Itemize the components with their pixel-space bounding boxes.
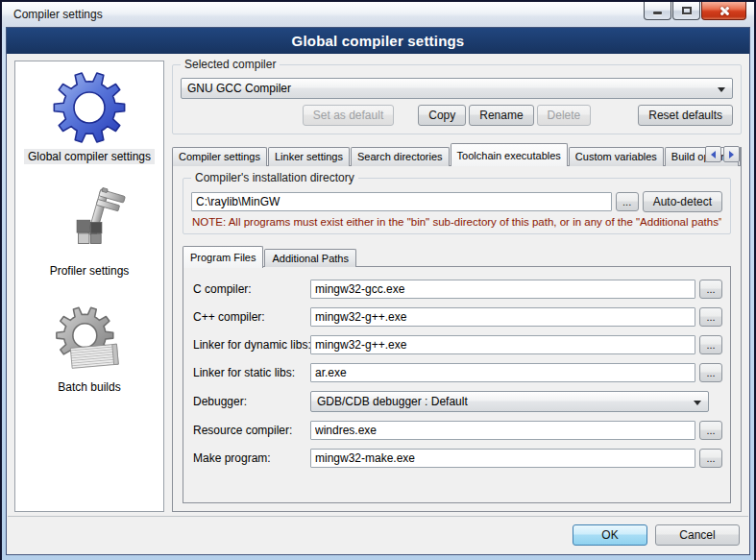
dialog-body: Global compiler settings xyxy=(6,27,750,555)
make-program-browse-button[interactable]: ... xyxy=(699,449,722,468)
gear-stack-icon xyxy=(51,305,128,377)
tab-custom-variables[interactable]: Custom variables xyxy=(569,147,664,166)
arrow-right-icon xyxy=(729,151,734,158)
title-bar[interactable]: Compiler settings xyxy=(2,2,754,27)
field-label: C++ compiler: xyxy=(193,310,310,324)
reset-defaults-button[interactable]: Reset defaults xyxy=(638,105,733,126)
dialog-footer: OK Cancel xyxy=(8,516,748,554)
maximize-button[interactable] xyxy=(672,2,700,20)
installation-directory-input[interactable] xyxy=(191,192,612,211)
c-compiler-browse-button[interactable]: ... xyxy=(699,280,722,299)
tab-program-files[interactable]: Program Files xyxy=(183,246,263,268)
program-files-tab-strip: Program Files Additional Paths xyxy=(183,245,731,267)
field-label: C compiler: xyxy=(193,282,310,296)
toolchain-executables-panel: Compiler's installation directory ... Au… xyxy=(172,165,742,512)
page-title: Global compiler settings xyxy=(292,33,465,49)
field-row-debugger: Debugger: GDB/CDB debugger : Default xyxy=(193,391,722,412)
compiler-actions: Set as default Copy Rename Delete Reset … xyxy=(181,105,733,126)
sidebar-item-label: Profiler settings xyxy=(46,263,134,279)
field-row-make-program: Make program: ... xyxy=(193,449,722,468)
dynamic-linker-browse-button[interactable]: ... xyxy=(699,335,722,354)
field-label: Linker for static libs: xyxy=(193,366,310,379)
compiler-select[interactable]: GNU GCC Compiler xyxy=(181,78,733,99)
sidebar-item-profiler-settings[interactable]: Profiler settings xyxy=(46,187,134,279)
dialog-header: Global compiler settings xyxy=(7,28,749,54)
dialog-content: Global compiler settings xyxy=(7,54,749,516)
tab-additional-paths[interactable]: Additional Paths xyxy=(264,249,356,267)
maximize-icon xyxy=(682,7,692,14)
static-linker-input[interactable] xyxy=(310,363,695,382)
compiler-select-value: GNU GCC Compiler xyxy=(187,82,291,95)
field-row-dynamic-linker: Linker for dynamic libs: ... xyxy=(193,335,722,354)
debugger-select-value: GDB/CDB debugger : Default xyxy=(317,395,468,408)
window-title: Compiler settings xyxy=(2,8,103,21)
field-label: Linker for dynamic libs: xyxy=(193,338,310,352)
tab-search-directories[interactable]: Search directories xyxy=(351,147,450,166)
field-row-resource-compiler: Resource compiler: ... xyxy=(193,421,722,440)
resource-compiler-input[interactable] xyxy=(310,421,695,440)
selected-compiler-group-label: Selected compiler xyxy=(181,58,280,71)
resource-compiler-browse-button[interactable]: ... xyxy=(699,421,722,440)
set-as-default-button: Set as default xyxy=(303,105,394,126)
make-program-input[interactable] xyxy=(310,449,695,468)
settings-tab-strip: Compiler settings Linker settings Search… xyxy=(172,142,742,166)
minimize-icon xyxy=(653,12,662,14)
installation-directory-group-label: Compiler's installation directory xyxy=(191,171,358,184)
sidebar-item-label: Batch builds xyxy=(54,379,124,395)
chevron-down-icon xyxy=(694,401,701,405)
field-label: Resource compiler: xyxy=(193,424,310,437)
tab-partial[interactable] xyxy=(740,147,742,166)
compiler-settings-window: Compiler settings Global compiler settin… xyxy=(0,0,756,560)
ok-button[interactable]: OK xyxy=(573,524,647,546)
main-panel: Selected compiler GNU GCC Compiler Set a… xyxy=(172,61,742,512)
field-label: Make program: xyxy=(193,451,310,465)
static-linker-browse-button[interactable]: ... xyxy=(699,363,722,382)
tab-toolchain-executables[interactable]: Toolchain executables xyxy=(451,143,568,166)
cancel-button[interactable]: Cancel xyxy=(655,524,740,546)
cpp-compiler-browse-button[interactable]: ... xyxy=(699,307,722,327)
chevron-down-icon xyxy=(718,87,725,92)
sidebar-item-batch-builds[interactable]: Batch builds xyxy=(51,305,128,395)
field-row-c-compiler: C compiler: ... xyxy=(193,280,722,299)
window-controls xyxy=(644,2,746,20)
field-row-cpp-compiler: C++ compiler: ... xyxy=(193,307,722,327)
aero-frame: Global compiler settings xyxy=(2,27,754,560)
tab-compiler-settings[interactable]: Compiler settings xyxy=(172,147,267,166)
installation-note: NOTE: All programs must exist either in … xyxy=(192,216,721,228)
close-button[interactable] xyxy=(701,2,746,20)
caliper-icon xyxy=(53,187,126,260)
c-compiler-input[interactable] xyxy=(310,280,695,299)
delete-button: Delete xyxy=(537,105,592,126)
program-files-panel: C compiler: ... C++ compiler: ... Linker… xyxy=(183,266,731,503)
sidebar-item-global-compiler-settings[interactable]: Global compiler settings xyxy=(24,69,155,164)
cpp-compiler-input[interactable] xyxy=(310,307,695,327)
rename-button[interactable]: Rename xyxy=(469,105,533,126)
tab-scroll-right-button[interactable] xyxy=(723,146,740,162)
installation-directory-row: ... Auto-detect xyxy=(191,191,722,212)
auto-detect-button[interactable]: Auto-detect xyxy=(643,191,722,212)
minimize-button[interactable] xyxy=(644,2,671,20)
field-label: Debugger: xyxy=(193,395,310,408)
selected-compiler-group: Selected compiler GNU GCC Compiler Set a… xyxy=(172,64,742,134)
copy-button[interactable]: Copy xyxy=(418,105,466,126)
gear-blue-icon xyxy=(50,69,129,146)
close-icon xyxy=(719,6,729,16)
sidebar-item-label: Global compiler settings xyxy=(24,149,155,164)
installation-directory-browse-button[interactable]: ... xyxy=(616,192,639,211)
tab-scroll-buttons xyxy=(705,146,740,162)
arrow-left-icon xyxy=(711,151,716,158)
tab-linker-settings[interactable]: Linker settings xyxy=(268,147,350,166)
dynamic-linker-input[interactable] xyxy=(310,335,695,354)
debugger-select[interactable]: GDB/CDB debugger : Default xyxy=(310,391,709,412)
installation-directory-group: Compiler's installation directory ... Au… xyxy=(183,178,731,234)
settings-category-sidebar: Global compiler settings xyxy=(14,61,164,512)
field-row-static-linker: Linker for static libs: ... xyxy=(193,363,722,382)
tab-scroll-left-button[interactable] xyxy=(705,146,721,162)
